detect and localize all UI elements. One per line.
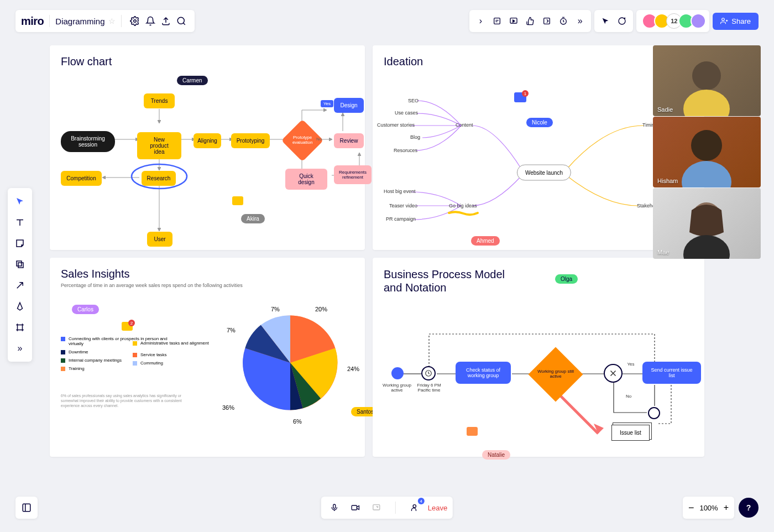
node-competition[interactable]: Competition: [61, 171, 102, 186]
video-tile[interactable]: Hisham: [653, 117, 761, 187]
mm-item[interactable]: SEO: [408, 98, 419, 103]
zoom-out-button[interactable]: −: [688, 502, 694, 514]
zoom-in-button[interactable]: +: [724, 503, 729, 513]
frame-title: Business Process Model and Notation: [384, 268, 522, 294]
mm-gobig[interactable]: Go big ideas: [449, 203, 477, 208]
node-new-product[interactable]: New product idea: [137, 132, 181, 159]
label-no: No: [316, 137, 322, 142]
flowchart-body: Trends Brainstorming session New product…: [61, 70, 354, 247]
more-tools[interactable]: »: [10, 338, 30, 358]
note-icon[interactable]: [489, 13, 505, 29]
board-name[interactable]: Diagramming: [55, 17, 104, 26]
bpmn-decide[interactable]: Working group still active: [529, 347, 583, 402]
sales-frame[interactable]: Sales Insights Percentage of time in an …: [50, 258, 365, 457]
frame-subtitle: Percentage of time in an average week sa…: [61, 283, 354, 288]
video-panel: Sadie Hisham Mae: [653, 45, 761, 259]
zoom-level[interactable]: 100%: [699, 504, 718, 512]
pie-legend: Carlos 2 Connecting with clients or pros…: [61, 288, 171, 448]
mindmap-root[interactable]: Website launch: [517, 165, 571, 181]
mm-item[interactable]: PR campaign: [386, 216, 416, 222]
comment-icon[interactable]: 2: [122, 322, 133, 331]
help-button[interactable]: ?: [739, 498, 759, 518]
mm-item[interactable]: Use cases: [395, 110, 418, 116]
app-logo[interactable]: miro: [21, 15, 44, 28]
video-tile[interactable]: Mae: [653, 188, 761, 259]
frame-title: Ideation: [384, 55, 693, 68]
pen-tool[interactable]: [10, 296, 30, 316]
video-icon[interactable]: [348, 500, 363, 515]
bpmn-label: Friday 6 PM Pacific time: [412, 383, 446, 393]
node-review[interactable]: Review: [334, 133, 364, 148]
node-brainstorm[interactable]: Brainstorming session: [61, 131, 115, 152]
node-trends[interactable]: Trends: [144, 93, 175, 108]
video-name: Mae: [657, 249, 669, 255]
mm-item[interactable]: Teaser video: [389, 203, 417, 208]
svg-point-12: [692, 61, 721, 90]
thumbsup-icon[interactable]: [522, 13, 538, 29]
svg-point-15: [682, 161, 731, 187]
flowchart-frame[interactable]: Flow chart Trends Brainstorming session …: [50, 45, 365, 250]
node-user[interactable]: User: [147, 232, 172, 247]
comment-icon[interactable]: [232, 196, 243, 205]
comment-icon[interactable]: [467, 427, 478, 436]
node-req-refine[interactable]: Requirements refinement: [334, 165, 372, 184]
label-yes: Yes: [321, 100, 333, 107]
bpmn-send[interactable]: Send current issue list: [642, 362, 701, 384]
present-icon[interactable]: [506, 13, 521, 29]
mm-item[interactable]: Host big event: [384, 189, 416, 194]
arrow-tool[interactable]: [10, 275, 30, 295]
bpmn-body: Working group active Friday 6 PM Pacific…: [384, 296, 693, 457]
screenshare-icon[interactable]: [369, 500, 384, 515]
video-tile[interactable]: Sadie: [653, 45, 761, 116]
bpmn-end[interactable]: [648, 407, 660, 419]
shape-tool[interactable]: [10, 254, 30, 274]
avatar[interactable]: [691, 13, 706, 29]
node-quick-design[interactable]: Quick design: [285, 169, 327, 190]
bpmn-check[interactable]: Check status of working group: [456, 362, 511, 384]
frames-panel-button[interactable]: [15, 497, 38, 519]
leave-button[interactable]: Leave: [428, 504, 447, 512]
pie-chart[interactable]: 20% 24% 6% 36% 7% 7% Santosh: [238, 310, 343, 415]
header-right: › » 12 Share: [469, 10, 759, 32]
svg-rect-20: [352, 505, 357, 510]
sticky-tool[interactable]: [10, 233, 30, 253]
select-tool[interactable]: [10, 191, 30, 211]
search-icon[interactable]: [174, 13, 189, 29]
node-design[interactable]: Design: [334, 98, 364, 113]
canvas[interactable]: Flow chart Trends Brainstorming session …: [50, 45, 761, 482]
mm-item[interactable]: Resoruces: [394, 148, 417, 153]
mm-content[interactable]: Content: [456, 122, 473, 128]
mm-item[interactable]: Customer stories: [377, 122, 415, 128]
bpmn-timer[interactable]: [421, 366, 436, 380]
text-tool[interactable]: [10, 212, 30, 232]
activity-icon[interactable]: [539, 13, 555, 29]
participants-icon[interactable]: 4: [407, 500, 422, 515]
cursor-chat-icon[interactable]: [598, 13, 613, 29]
star-icon[interactable]: ☆: [108, 17, 116, 25]
cursor-carlos: Carlos: [72, 305, 99, 314]
cursor-nicole: Nicole: [526, 118, 553, 127]
node-research[interactable]: Research: [142, 171, 176, 186]
share-button[interactable]: Share: [713, 13, 759, 30]
svg-point-17: [683, 235, 730, 259]
bpmn-frame[interactable]: Business Process Model and Notation Olga…: [373, 258, 704, 457]
expand-icon[interactable]: ›: [473, 13, 488, 29]
bpmn-issue-list[interactable]: Issue list: [611, 425, 650, 441]
mic-icon[interactable]: [327, 500, 342, 515]
bell-icon[interactable]: [143, 13, 158, 29]
node-prototyping[interactable]: Prototyping: [231, 133, 270, 148]
node-aligning[interactable]: Aligning: [194, 133, 221, 148]
frame-tool[interactable]: [10, 317, 30, 337]
label-yes: Yes: [623, 362, 639, 367]
comment-icon[interactable]: 1: [514, 92, 526, 102]
more-icon[interactable]: »: [572, 13, 588, 29]
export-icon[interactable]: [158, 13, 174, 29]
bpmn-gateway[interactable]: [604, 364, 623, 383]
reactions-icon[interactable]: [614, 13, 630, 29]
settings-icon[interactable]: [127, 13, 143, 29]
timer-icon[interactable]: [556, 13, 571, 29]
bpmn-start[interactable]: [391, 367, 404, 379]
svg-point-14: [691, 130, 722, 161]
video-name: Sadie: [657, 106, 673, 113]
mm-item[interactable]: Blog: [410, 134, 420, 140]
